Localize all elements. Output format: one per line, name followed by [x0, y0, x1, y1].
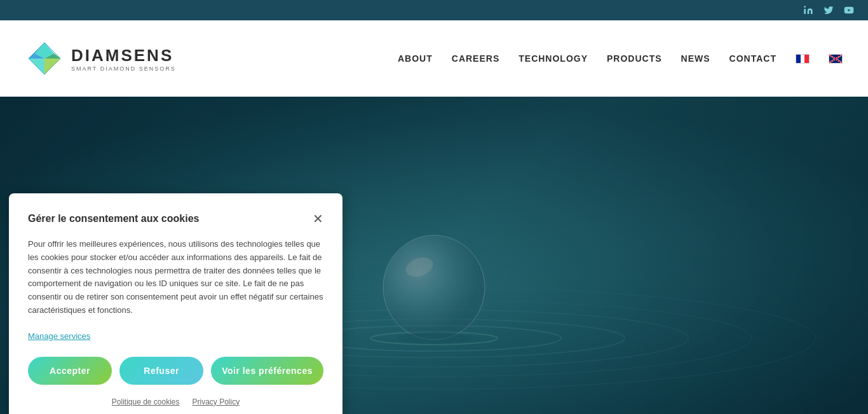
hero-section: Gérer le consentement aux cookies ✕ Pour…: [0, 97, 868, 414]
main-nav: ABOUT CAREERS TECHNOLOGY PRODUCTS NEWS C…: [398, 53, 843, 64]
nav-contact[interactable]: CONTACT: [729, 53, 776, 64]
english-flag-icon[interactable]: [829, 54, 843, 64]
cookie-dialog-title: Gérer le consentement aux cookies: [28, 213, 199, 224]
accept-button[interactable]: Accepter: [28, 357, 112, 385]
nav-news[interactable]: NEWS: [681, 53, 710, 64]
company-name: DIAMSENS: [71, 46, 176, 66]
logo-area[interactable]: DIAMSENS SMART DIAMOND SENSORS: [25, 39, 176, 78]
top-bar: [0, 0, 868, 20]
privacy-policy-link[interactable]: Privacy Policy: [193, 397, 240, 406]
nav-careers[interactable]: CAREERS: [452, 53, 499, 64]
nav-products[interactable]: PRODUCTS: [607, 53, 662, 64]
company-tagline: SMART DIAMOND SENSORS: [71, 66, 176, 72]
french-flag-icon[interactable]: [796, 54, 810, 64]
youtube-icon[interactable]: [843, 4, 855, 17]
nav-about[interactable]: ABOUT: [398, 53, 433, 64]
cookie-footer: Politique de cookies Privacy Policy: [28, 397, 323, 406]
cookie-consent-dialog: Gérer le consentement aux cookies ✕ Pour…: [9, 193, 342, 414]
cookie-dialog-body: Pour offrir les meilleures expériences, …: [28, 238, 323, 317]
header: DIAMSENS SMART DIAMOND SENSORS ABOUT CAR…: [0, 20, 868, 97]
linkedin-icon[interactable]: [802, 4, 815, 17]
refuse-button[interactable]: Refuser: [119, 357, 203, 385]
nav-technology[interactable]: TECHNOLOGY: [519, 53, 588, 64]
logo-diamond-icon: [25, 39, 64, 78]
cookie-policy-link[interactable]: Politique de cookies: [112, 397, 180, 406]
logo-text: DIAMSENS SMART DIAMOND SENSORS: [71, 46, 176, 72]
twitter-icon[interactable]: [822, 4, 835, 17]
svg-marker-5: [44, 59, 60, 74]
svg-point-0: [804, 6, 806, 8]
svg-marker-6: [29, 59, 44, 74]
cookie-buttons-row: Accepter Refuser Voir les préférences: [28, 357, 323, 385]
close-dialog-button[interactable]: ✕: [313, 212, 323, 225]
preferences-button[interactable]: Voir les préférences: [211, 357, 323, 385]
manage-services-link[interactable]: Manage services: [28, 331, 90, 341]
cookie-dialog-header: Gérer le consentement aux cookies ✕: [28, 212, 323, 225]
